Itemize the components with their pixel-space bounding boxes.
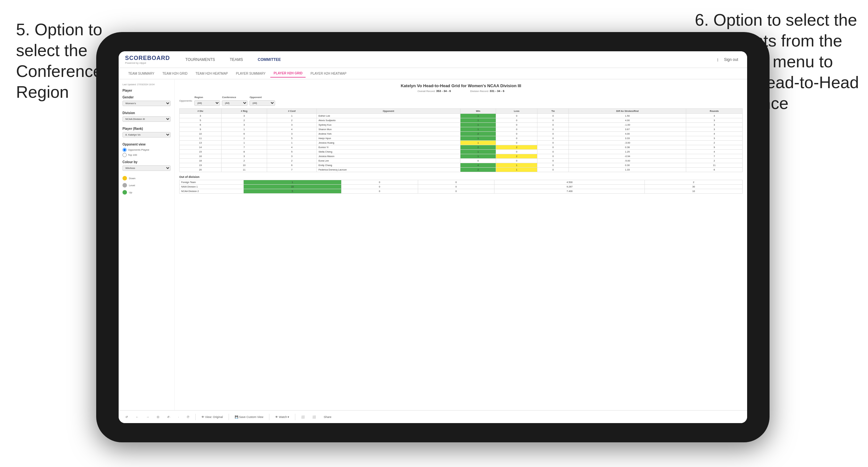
table-row: 9 1 4 Sharon Mun 1 0 0 3.67 3	[180, 127, 743, 132]
tab-player-h2h-grid[interactable]: PLAYER H2H GRID	[270, 69, 306, 77]
gender-label: Gender	[123, 95, 170, 99]
table-row: 3 3 1 Esther Lee 1 0 0 1.50 4	[180, 114, 743, 118]
logo-text: SCOREBOARD	[125, 55, 170, 62]
app-header: SCOREBOARD Powered by clippd TOURNAMENTS…	[119, 51, 747, 68]
colour-by-select[interactable]: Win/loss	[123, 165, 170, 171]
toolbar-divider-2	[228, 414, 229, 420]
layout-btn-2[interactable]: ⬜	[310, 414, 318, 419]
nav-committee[interactable]: COMMITTEE	[255, 56, 283, 63]
division-label: Division	[123, 111, 170, 115]
table-row: NAIA Division 1 15 0 0 9.267 30	[180, 185, 743, 189]
conference-label: Conference	[222, 96, 248, 99]
tab-team-h2h-grid[interactable]: TEAM H2H GRID	[159, 70, 191, 77]
watch-btn[interactable]: 👁 Watch ▾	[273, 414, 291, 419]
radio-top100[interactable]: Top 100	[123, 153, 170, 157]
logo-area: SCOREBOARD Powered by clippd	[125, 55, 170, 64]
tablet-screen: SCOREBOARD Powered by clippd TOURNAMENTS…	[119, 51, 747, 423]
overall-record-value: 353 - 34 - 6	[436, 89, 451, 93]
table-row: 5 2 2 Alexis Sudjianto 1 0 0 4.00 3	[180, 118, 743, 123]
grid-area: Katelyn Vo Head-to-Head Grid for Women's…	[175, 80, 747, 410]
opponent-view-label: Opponent view	[123, 143, 170, 146]
overall-record-label: Overall Record:	[417, 90, 435, 93]
nav-teams[interactable]: TEAMS	[227, 56, 245, 63]
logo-sub: Powered by clippd	[125, 62, 170, 64]
table-row: 15 8 5 Stella Cheng 1 0 0 1.25 4	[180, 150, 743, 154]
table-row: 14 7 4 Eunice Yi 2 2 0 0.38 9	[180, 145, 743, 150]
out-of-division-table: Foreign Team 1 0 0 4.500 2 NAIA Division…	[179, 180, 743, 194]
opponent-select[interactable]: (All)	[249, 100, 275, 106]
col-conf: # Conf	[267, 108, 316, 114]
region-label: Region	[194, 96, 220, 99]
separator: |	[717, 58, 718, 62]
division-record-value: 331 - 34 - 6	[490, 89, 504, 93]
bottom-toolbar: ↺ ← → ⊡ ↺· · ⏱ 👁 View: Original 💾 Save C…	[119, 410, 747, 423]
opponent-label: Opponent	[249, 96, 275, 99]
opponent-view-group: Opponents Played Top 100	[123, 148, 170, 157]
view-original-btn[interactable]: 👁 View: Original	[199, 414, 225, 419]
legend-row-up: Up	[123, 190, 170, 194]
sign-out[interactable]: Sign out	[721, 56, 741, 63]
col-tie: Tie	[537, 108, 569, 114]
grid-records: Overall Record: 353 - 34 - 6 Division Re…	[179, 89, 743, 93]
tab-player-h2h-heatmap[interactable]: PLAYER H2H HEATMAP	[307, 70, 349, 77]
filters-section: Opponents: Region (All) Conference	[179, 96, 743, 106]
back-btn[interactable]: ←	[134, 414, 141, 419]
layout-btn-1[interactable]: ⬜	[299, 414, 307, 419]
table-row: 6 3 3 Sydney Kuo 1 0 0 -1.00 3	[180, 123, 743, 127]
col-opponent: Opponent	[317, 108, 460, 114]
opponent-filter: Opponent (All)	[249, 96, 275, 106]
col-rounds: Rounds	[686, 108, 742, 114]
radio-top100-input[interactable]	[123, 153, 127, 157]
sub-nav: TEAM SUMMARY TEAM H2H GRID TEAM H2H HEAT…	[119, 68, 747, 80]
region-select[interactable]: (All)	[194, 100, 220, 106]
tab-team-h2h-heatmap[interactable]: TEAM H2H HEATMAP	[192, 70, 231, 77]
header-right: | Sign out	[717, 56, 741, 63]
out-of-division-label: Out of division	[179, 175, 743, 179]
main-content: Last Updated: 27/03/2024 18:04 Player Ge…	[119, 80, 747, 410]
radio-opponents-played-input[interactable]	[123, 148, 127, 152]
legend-dot-level	[123, 183, 127, 187]
legend-row-down: Down	[123, 176, 170, 181]
dot-btn[interactable]: ·	[176, 414, 181, 419]
opponents-label: Opponents:	[179, 99, 192, 102]
division-record: Division Record: 331 - 34 - 6	[470, 89, 504, 93]
legend-dot-down	[123, 176, 127, 181]
conference-filter: Conference (All)	[222, 96, 248, 106]
player-rank-select[interactable]: 8. Katelyn Vo	[123, 132, 170, 137]
legend-dot-up	[123, 190, 127, 194]
gender-select[interactable]: Women's	[123, 101, 170, 106]
tab-player-summary[interactable]: PLAYER SUMMARY	[233, 70, 269, 77]
table-row: Foreign Team 1 0 0 4.500 2	[180, 180, 743, 185]
undo-btn[interactable]: ↺	[123, 414, 130, 419]
share-btn[interactable]: Share	[321, 414, 333, 419]
legend-label-up: Up	[129, 191, 132, 194]
conference-select[interactable]: (All)	[222, 100, 248, 106]
radio-opponents-played[interactable]: Opponents Played	[123, 148, 170, 152]
table-row: 11 2 5 Heejo Hyun 1 0 0 3.33 3	[180, 136, 743, 141]
table-row: NCAA Division 2 5 0 0 7.400 10	[180, 189, 743, 194]
save-custom-view-btn[interactable]: 💾 Save Custom View	[233, 414, 265, 419]
legend-row-level: Level	[123, 183, 170, 187]
tab-team-summary[interactable]: TEAM SUMMARY	[125, 70, 158, 77]
nav-tournaments[interactable]: TOURNAMENTS	[183, 56, 217, 63]
toolbar-divider-4	[295, 414, 295, 420]
forward-btn[interactable]: →	[144, 414, 151, 419]
grid-btn[interactable]: ⊡	[155, 414, 161, 419]
table-row: 19 10 6 Emily Chang 4 1 0 0.30 11	[180, 163, 743, 168]
toolbar-divider-3	[269, 414, 269, 420]
legend-label-down: Down	[129, 177, 135, 180]
refresh-btn[interactable]: ↺·	[165, 414, 173, 419]
col-loss: Loss	[496, 108, 537, 114]
col-div: # Div	[180, 108, 222, 114]
sidebar: Last Updated: 27/03/2024 18:04 Player Ge…	[119, 80, 175, 410]
timer-btn[interactable]: ⏱	[185, 414, 191, 419]
tablet-frame: SCOREBOARD Powered by clippd TOURNAMENTS…	[96, 32, 770, 442]
out-of-division-section: Out of division Foreign Team 1 0 0 4.500…	[179, 175, 743, 194]
col-reg: # Reg	[221, 108, 267, 114]
colour-by-label: Colour by	[123, 160, 170, 164]
table-row: 13 1 1 Jessica Huang 1 0 0 -3.00 2	[180, 141, 743, 145]
division-record-label: Division Record:	[470, 90, 489, 93]
division-select[interactable]: NCAA Division III	[123, 116, 170, 122]
grid-title: Katelyn Vo Head-to-Head Grid for Women's…	[179, 83, 743, 88]
region-filter: Region (All)	[194, 96, 220, 106]
